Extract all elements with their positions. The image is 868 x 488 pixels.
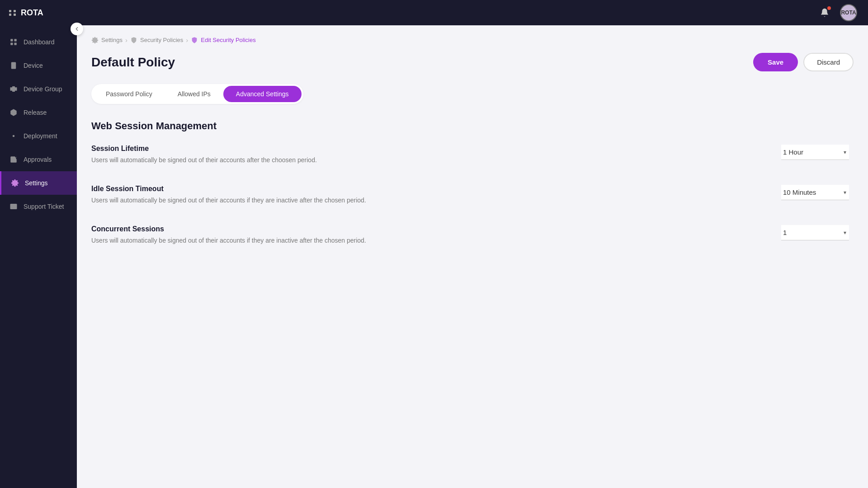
- setting-control-concurrent-sessions: 1 2 3 5 10 Unlimited ▾: [781, 225, 854, 240]
- sidebar-item-deployment[interactable]: Deployment: [0, 124, 77, 148]
- device-group-icon: [9, 84, 18, 94]
- concurrent-sessions-select[interactable]: 1 2 3 5 10 Unlimited: [781, 225, 849, 240]
- idle-session-select[interactable]: 5 Minutes 10 Minutes 15 Minutes 30 Minut…: [781, 185, 849, 200]
- sidebar-item-support-ticket[interactable]: Support Ticket: [0, 195, 77, 218]
- sidebar-item-label: Dashboard: [24, 38, 55, 46]
- select-wrapper-session-lifetime: 30 Minutes 1 Hour 2 Hours 4 Hours 8 Hour…: [781, 145, 849, 160]
- support-icon: [9, 202, 18, 211]
- tabs-container: Password Policy Allowed IPs Advanced Set…: [91, 84, 303, 104]
- header-actions: Save Discard: [753, 53, 854, 71]
- setting-row-session-lifetime: Session Lifetime Users will automaticall…: [91, 145, 854, 169]
- discard-button[interactable]: Discard: [803, 53, 854, 71]
- setting-label: Concurrent Sessions: [91, 225, 366, 233]
- device-icon: [9, 61, 18, 70]
- content-area: Settings › Security Policies › Edit Secu…: [77, 25, 868, 488]
- dashboard-icon: [9, 38, 18, 47]
- svg-rect-11: [10, 204, 17, 209]
- sidebar-item-label: Support Ticket: [24, 203, 64, 210]
- breadcrumb-security-icon: [130, 37, 137, 44]
- app-logo: ROTA: [0, 0, 77, 26]
- topbar: ROTA: [77, 0, 868, 25]
- main-content: ROTA Settings › Security Policies › Edit…: [77, 0, 868, 488]
- setting-description: Users will automatically be signed out o…: [91, 155, 317, 165]
- sidebar-item-label: Device: [24, 62, 43, 69]
- sidebar-item-label: Device Group: [24, 85, 62, 93]
- setting-description: Users will automatically be signed out o…: [91, 236, 366, 245]
- svg-point-9: [13, 135, 15, 137]
- breadcrumb-label: Settings: [101, 37, 123, 43]
- sidebar-item-device[interactable]: Device: [0, 54, 77, 77]
- sidebar: ROTA Dashboard Device Device Group: [0, 0, 77, 488]
- setting-label: Idle Session Timeout: [91, 185, 366, 193]
- sidebar-item-label: Settings: [25, 179, 48, 187]
- breadcrumb-settings[interactable]: Settings: [91, 37, 123, 44]
- svg-point-5: [13, 67, 14, 68]
- breadcrumb: Settings › Security Policies › Edit Secu…: [91, 36, 854, 44]
- settings-icon: [10, 178, 19, 188]
- breadcrumb-settings-icon: [91, 37, 99, 44]
- release-icon: [9, 108, 18, 117]
- svg-rect-2: [10, 43, 13, 45]
- setting-description: Users will automatically be signed out o…: [91, 196, 366, 205]
- sidebar-item-approvals[interactable]: Approvals: [0, 148, 77, 171]
- breadcrumb-label: Security Policies: [140, 37, 183, 43]
- notification-bell-button[interactable]: [816, 5, 833, 21]
- setting-control-idle-session: 5 Minutes 10 Minutes 15 Minutes 30 Minut…: [781, 185, 854, 200]
- sidebar-item-label: Release: [24, 109, 47, 116]
- breadcrumb-sep-2: ›: [186, 36, 188, 44]
- sidebar-item-label: Deployment: [24, 132, 57, 140]
- session-lifetime-select[interactable]: 30 Minutes 1 Hour 2 Hours 4 Hours 8 Hour…: [781, 145, 849, 160]
- setting-info: Idle Session Timeout Users will automati…: [91, 185, 366, 205]
- breadcrumb-edit-security: Edit Security Policies: [191, 37, 255, 44]
- setting-label: Session Lifetime: [91, 145, 317, 153]
- sidebar-item-label: Approvals: [24, 156, 52, 163]
- avatar[interactable]: ROTA: [840, 4, 857, 21]
- section-title: Web Session Management: [91, 120, 854, 132]
- setting-row-idle-session: Idle Session Timeout Users will automati…: [91, 185, 854, 209]
- select-wrapper-idle-session: 5 Minutes 10 Minutes 15 Minutes 30 Minut…: [781, 185, 849, 200]
- page-title: Default Policy: [91, 55, 175, 70]
- svg-rect-8: [12, 86, 15, 92]
- breadcrumb-label: Edit Security Policies: [201, 37, 255, 43]
- breadcrumb-security-policies[interactable]: Security Policies: [130, 37, 183, 44]
- logo-dots-icon: [9, 10, 16, 16]
- sidebar-item-release[interactable]: Release: [0, 101, 77, 124]
- setting-control-session-lifetime: 30 Minutes 1 Hour 2 Hours 4 Hours 8 Hour…: [781, 145, 854, 160]
- approvals-icon: [9, 155, 18, 164]
- sidebar-collapse-button[interactable]: [71, 23, 83, 35]
- sidebar-item-dashboard[interactable]: Dashboard: [0, 30, 77, 54]
- page-header: Default Policy Save Discard: [91, 53, 854, 71]
- sidebar-item-settings[interactable]: Settings: [0, 171, 77, 195]
- app-name: ROTA: [21, 8, 43, 18]
- tab-advanced-settings[interactable]: Advanced Settings: [223, 86, 302, 102]
- save-button[interactable]: Save: [753, 53, 798, 71]
- svg-rect-3: [14, 43, 17, 45]
- avatar-initials: ROTA: [841, 9, 856, 16]
- notification-badge: [827, 6, 831, 10]
- setting-info: Session Lifetime Users will automaticall…: [91, 145, 317, 165]
- tab-password-policy[interactable]: Password Policy: [93, 86, 165, 102]
- select-wrapper-concurrent-sessions: 1 2 3 5 10 Unlimited ▾: [781, 225, 849, 240]
- setting-row-concurrent-sessions: Concurrent Sessions Users will automatic…: [91, 225, 854, 249]
- sidebar-nav: Dashboard Device Device Group Release De: [0, 26, 77, 488]
- tab-allowed-ips[interactable]: Allowed IPs: [165, 86, 223, 102]
- svg-rect-1: [14, 39, 17, 41]
- setting-info: Concurrent Sessions Users will automatic…: [91, 225, 366, 245]
- deployment-icon: [9, 131, 18, 141]
- breadcrumb-edit-icon: [191, 37, 198, 44]
- svg-rect-0: [10, 39, 13, 41]
- breadcrumb-sep-1: ›: [125, 36, 127, 44]
- sidebar-item-device-group[interactable]: Device Group: [0, 77, 77, 101]
